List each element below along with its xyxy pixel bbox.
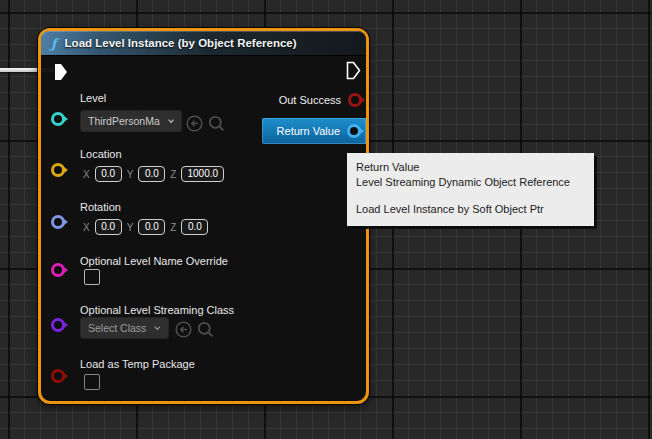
level-name-override-label: Optional Level Name Override bbox=[80, 255, 228, 267]
level-pin[interactable] bbox=[51, 112, 65, 126]
tooltip-description: Load Level Instance by Soft Object Ptr bbox=[356, 202, 585, 217]
chevron-down-icon bbox=[154, 325, 161, 331]
rotation-y-field[interactable]: 0.0 bbox=[138, 219, 165, 235]
level-dropdown[interactable]: ThirdPersonMa bbox=[80, 110, 182, 132]
pin-tooltip: Return Value Level Streaming Dynamic Obj… bbox=[347, 153, 594, 226]
out-success-row: Out Success bbox=[279, 93, 362, 107]
tooltip-pin-type: Level Streaming Dynamic Object Reference bbox=[356, 175, 585, 190]
location-x-field[interactable]: 0.0 bbox=[95, 166, 122, 182]
browse-asset-search-icon[interactable] bbox=[197, 321, 214, 338]
node-load-level-instance[interactable]: ƒ Load Level Instance (by Object Referen… bbox=[38, 28, 369, 404]
chevron-down-icon bbox=[168, 118, 174, 124]
rotation-z-field[interactable]: 0.0 bbox=[181, 219, 208, 235]
rotation-y-label: Y bbox=[127, 222, 134, 233]
location-vector-row: X 0.0 Y 0.0 Z 1000.0 bbox=[83, 166, 224, 182]
level-streaming-class-label: Optional Level Streaming Class bbox=[80, 304, 234, 316]
location-y-label: Y bbox=[127, 169, 134, 180]
level-streaming-class-pin[interactable] bbox=[51, 318, 65, 332]
out-success-pin[interactable] bbox=[348, 93, 362, 107]
rotation-pin[interactable] bbox=[51, 215, 65, 229]
location-z-label: Z bbox=[170, 169, 176, 180]
load-as-temp-package-pin[interactable] bbox=[51, 369, 65, 383]
rotation-x-field[interactable]: 0.0 bbox=[95, 219, 122, 235]
level-name-override-pin[interactable] bbox=[51, 263, 65, 277]
rotation-label: Rotation bbox=[80, 201, 121, 213]
exec-input-pin[interactable] bbox=[54, 63, 68, 81]
load-as-temp-package-checkbox[interactable] bbox=[84, 374, 100, 390]
location-y-field[interactable]: 0.0 bbox=[138, 166, 165, 182]
browse-asset-search-icon[interactable] bbox=[208, 115, 225, 132]
rotation-z-label: Z bbox=[170, 222, 176, 233]
blueprint-canvas[interactable]: ƒ Load Level Instance (by Object Referen… bbox=[0, 0, 652, 439]
tooltip-spacer bbox=[356, 189, 585, 202]
location-x-label: X bbox=[83, 169, 90, 180]
out-success-label: Out Success bbox=[279, 94, 341, 106]
node-title: Load Level Instance (by Object Reference… bbox=[65, 37, 297, 49]
level-label: Level bbox=[80, 92, 106, 104]
location-label: Location bbox=[80, 148, 122, 160]
node-header[interactable]: ƒ Load Level Instance (by Object Referen… bbox=[41, 31, 366, 55]
return-value-row[interactable]: Return Value bbox=[262, 118, 366, 144]
rotation-x-label: X bbox=[83, 222, 90, 233]
return-value-label: Return Value bbox=[277, 125, 340, 137]
level-dropdown-value: ThirdPersonMa bbox=[88, 115, 160, 127]
use-asset-icon[interactable] bbox=[175, 321, 192, 338]
use-asset-icon[interactable] bbox=[186, 115, 203, 132]
return-value-pin[interactable] bbox=[347, 124, 361, 138]
tooltip-pin-name: Return Value bbox=[356, 160, 585, 175]
location-z-field[interactable]: 1000.0 bbox=[181, 166, 224, 182]
exec-output-pin[interactable] bbox=[346, 61, 361, 80]
rotation-vector-row: X 0.0 Y 0.0 Z 0.0 bbox=[83, 219, 208, 235]
level-streaming-class-dropdown[interactable]: Select Class bbox=[80, 317, 169, 339]
level-streaming-class-dropdown-value: Select Class bbox=[88, 322, 146, 334]
function-icon: ƒ bbox=[51, 36, 57, 51]
location-pin[interactable] bbox=[51, 163, 65, 177]
level-name-override-checkbox[interactable] bbox=[84, 269, 100, 285]
load-as-temp-package-label: Load as Temp Package bbox=[80, 358, 195, 370]
